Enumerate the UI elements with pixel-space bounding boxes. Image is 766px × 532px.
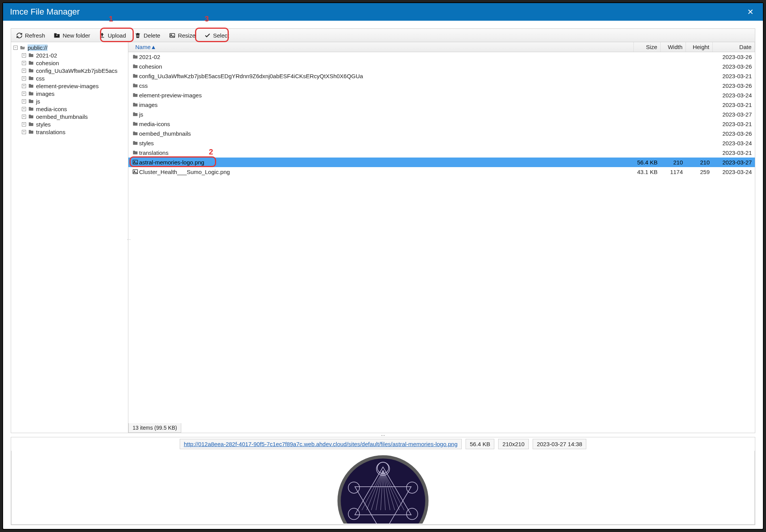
tree-item[interactable]: + oembed_thumbnails (11, 113, 128, 120)
folder-icon (28, 52, 34, 59)
folder-icon (28, 82, 34, 89)
tree-expander-icon[interactable]: + (22, 84, 26, 88)
select-button[interactable]: Select (200, 30, 233, 41)
tree-item[interactable]: + cohesion (11, 59, 128, 67)
file-row[interactable]: oembed_thumbnails 2023-03-26 (128, 129, 755, 138)
folder-icon (131, 83, 139, 88)
file-row[interactable]: styles 2023-03-24 (128, 138, 755, 148)
resize-icon (169, 32, 176, 39)
folder-icon (28, 128, 34, 135)
toolbar: Refresh New folder Upload Delete Resize … (11, 28, 755, 42)
tree-item[interactable]: + config_Uu3aWftwKzb7jsbE5acs (11, 67, 128, 74)
file-row[interactable]: element-preview-images 2023-03-24 (128, 90, 755, 100)
file-list: 2021-02 2023-03-26 cohesion 2023-03-26 c… (128, 52, 755, 424)
new-folder-button[interactable]: New folder (50, 30, 94, 41)
folder-open-icon (19, 44, 26, 51)
tree-expander-icon[interactable]: + (22, 69, 26, 73)
folder-icon (28, 98, 34, 105)
folder-icon (28, 113, 34, 120)
svg-point-5 (134, 171, 135, 172)
resize-handle[interactable]: … (11, 433, 755, 437)
folder-icon (131, 102, 139, 107)
folder-icon (131, 140, 139, 146)
file-row[interactable]: translations 2023-03-21 (128, 148, 755, 158)
tree-expander-icon[interactable]: + (22, 122, 26, 126)
file-row[interactable]: images 2023-03-21 (128, 100, 755, 110)
splitter-handle[interactable]: ⋮ (127, 238, 131, 241)
preview-area (11, 451, 755, 525)
folder-icon (28, 121, 34, 128)
tree-expander-icon[interactable]: + (22, 107, 26, 111)
column-size[interactable]: Size (634, 42, 661, 52)
tree-expander-icon[interactable]: + (22, 61, 26, 65)
folder-icon (131, 131, 139, 136)
resize-button[interactable]: Resize (165, 30, 199, 41)
tree-root[interactable]: − public:// (11, 44, 128, 51)
detail-url[interactable]: http://012a8eea-282f-4017-90f5-7c1ec7f89… (180, 439, 462, 449)
tree-expander-icon[interactable]: + (22, 130, 26, 134)
tree-expander-icon[interactable]: + (22, 92, 26, 96)
column-name[interactable]: Name▲ (128, 42, 634, 52)
folder-icon (28, 59, 34, 66)
folder-icon (28, 67, 34, 74)
file-row[interactable]: config_Uu3aWftwKzb7jsbE5acsEDgYRdnn9Z6dx… (128, 71, 755, 81)
file-row[interactable]: 2 astral-memories-logo.png 56.4 KB 210 2… (128, 158, 755, 167)
folder-icon (28, 105, 34, 112)
tree-expander-icon[interactable]: + (22, 99, 26, 103)
titlebar: Imce File Manager ✕ (3, 3, 763, 21)
folder-tree: − public:// + 2021-02 + cohesion + confi… (11, 42, 128, 433)
delete-button[interactable]: Delete (131, 30, 164, 41)
folder-icon (131, 54, 139, 59)
tree-item[interactable]: + element-preview-images (11, 82, 128, 90)
window-title: Imce File Manager (10, 7, 80, 17)
folder-icon (131, 121, 139, 126)
column-width[interactable]: Width (661, 42, 686, 52)
file-manager-window: Imce File Manager ✕ 1 3 Refresh New fold… (2, 2, 764, 530)
file-row[interactable]: Cluster_Health___Sumo_Logic.png 43.1 KB … (128, 167, 755, 177)
file-row[interactable]: js 2023-03-27 (128, 110, 755, 119)
image-file-icon (131, 159, 139, 165)
tree-expander-icon[interactable]: + (22, 76, 26, 80)
column-headers: Name▲ Size Width Height Date (128, 42, 755, 52)
image-file-icon (131, 169, 139, 175)
file-row[interactable]: css 2023-03-26 (128, 81, 755, 90)
file-pane: ⋮ Name▲ Size Width Height Date 2021-02 2… (128, 42, 755, 433)
file-row[interactable]: 2021-02 2023-03-26 (128, 52, 755, 62)
folder-icon (131, 64, 139, 69)
detail-dimensions: 210x210 (498, 439, 529, 449)
folder-icon (131, 150, 139, 155)
refresh-icon (16, 32, 23, 39)
folder-icon (28, 90, 34, 97)
folder-icon (28, 75, 34, 82)
main-area: − public:// + 2021-02 + cohesion + confi… (11, 42, 755, 433)
tree-expander-icon[interactable]: − (13, 46, 18, 50)
upload-icon (98, 32, 105, 39)
tree-item[interactable]: + images (11, 90, 128, 97)
file-row[interactable]: media-icons 2023-03-21 (128, 119, 755, 129)
svg-point-3 (134, 161, 135, 162)
tree-item[interactable]: + media-icons (11, 105, 128, 113)
new-folder-icon (54, 32, 61, 39)
delete-icon (135, 32, 141, 39)
column-height[interactable]: Height (686, 42, 713, 52)
tree-item[interactable]: + js (11, 97, 128, 105)
select-icon (204, 32, 211, 39)
tree-item[interactable]: + css (11, 74, 128, 82)
folder-icon (131, 112, 139, 117)
file-row[interactable]: cohesion 2023-03-26 (128, 62, 755, 71)
status-bar: 13 items (99.5 KB) (128, 423, 181, 433)
folder-icon (131, 73, 139, 79)
detail-bar: http://012a8eea-282f-4017-90f5-7c1ec7f89… (11, 437, 755, 451)
detail-datetime: 2023-03-27 14:38 (533, 439, 586, 449)
upload-button[interactable]: Upload (95, 30, 130, 41)
tree-expander-icon[interactable]: + (22, 115, 26, 119)
tree-item[interactable]: + translations (11, 128, 128, 136)
tree-item[interactable]: + 2021-02 (11, 51, 128, 59)
tree-expander-icon[interactable]: + (22, 53, 26, 57)
detail-size: 56.4 KB (466, 439, 494, 449)
close-button[interactable]: ✕ (745, 7, 756, 16)
column-date[interactable]: Date (713, 42, 755, 52)
tree-item[interactable]: + styles (11, 120, 128, 128)
refresh-button[interactable]: Refresh (12, 30, 49, 41)
folder-icon (131, 92, 139, 98)
